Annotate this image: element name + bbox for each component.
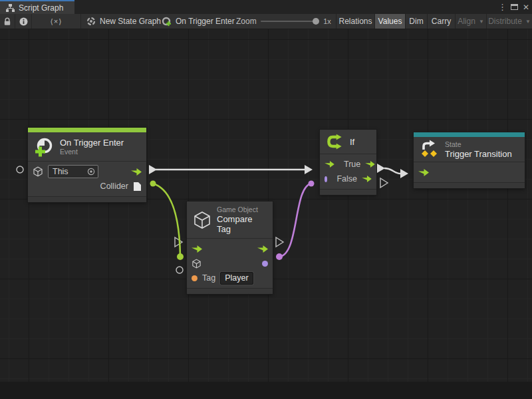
transition-icon [420, 140, 440, 159]
zoom-value: 1x [321, 14, 334, 29]
node-footer [414, 182, 525, 188]
node-header: If [320, 130, 376, 154]
values-label: Values [378, 17, 402, 26]
node-body: This Collider [28, 161, 146, 196]
info-button[interactable] [15, 14, 32, 29]
zoom-slider-track[interactable] [261, 21, 318, 22]
script-graph-window: Script Graph ⋮ ✕ ⟨×⟩ New State Graph [0, 0, 532, 399]
node-header: Game Object Compare Tag [187, 201, 273, 238]
node-body: Tag Player [187, 238, 273, 288]
tab-script-graph[interactable]: Script Graph [0, 0, 74, 14]
align-dropdown[interactable]: Align▼ [455, 14, 486, 29]
object-picker-icon[interactable] [87, 168, 95, 176]
code-view-label: ⟨×⟩ [50, 17, 62, 26]
tag-value-field[interactable]: Player [220, 272, 253, 285]
port-row-true: True [325, 157, 372, 172]
node-title: Trigger Transition [445, 149, 512, 159]
event-icon [34, 136, 55, 157]
flow-output-port[interactable] [257, 245, 268, 253]
flow-input-port[interactable] [192, 245, 202, 253]
condition-input-port[interactable] [325, 176, 327, 182]
canvas-edge [0, 382, 532, 399]
node-if[interactable]: If True False [320, 130, 376, 195]
title-bar: Script Graph ⋮ ✕ [0, 0, 532, 14]
state-graph-icon [86, 17, 96, 26]
port-row-false: False [325, 172, 372, 186]
false-port-label: False [336, 174, 357, 184]
node-subtitle: Event [60, 148, 124, 156]
breadcrumb-on-trigger-enter[interactable]: On Trigger Enter [162, 14, 235, 29]
window-controls: ⋮ ✕ [498, 0, 529, 14]
game-object-icon [193, 211, 211, 229]
node-header: On Trigger Enter Event [28, 132, 146, 161]
branch-icon [326, 134, 344, 150]
node-body [414, 162, 525, 182]
lock-icon [3, 17, 11, 26]
graph-toolbar: ⟨×⟩ New State Graph On Trigger Enter Zoo… [0, 14, 532, 29]
this-object-field[interactable]: This [48, 165, 98, 178]
zoom-slider[interactable] [261, 14, 318, 29]
tag-port-label: Tag [202, 273, 215, 283]
lock-button[interactable] [0, 14, 15, 29]
node-compare-tag[interactable]: Game Object Compare Tag [187, 201, 273, 294]
breadcrumb-state-graph[interactable]: New State Graph [86, 14, 161, 29]
node-title: On Trigger Enter [60, 138, 124, 148]
node-on-trigger-enter[interactable]: On Trigger Enter Event This [28, 128, 146, 202]
port-row-flow [192, 241, 268, 256]
zoom-slider-knob[interactable] [313, 18, 319, 25]
info-icon [19, 17, 28, 26]
window-menu-icon[interactable]: ⋮ [498, 2, 506, 12]
node-footer [320, 189, 376, 195]
zoom-label: Zoom [236, 14, 257, 29]
graph-hierarchy-icon [6, 4, 15, 12]
node-title: Compare Tag [217, 214, 267, 234]
distribute-dropdown[interactable]: Distribute▼ [486, 14, 532, 29]
dim-button[interactable]: Dim [405, 14, 427, 29]
game-object-cube-icon [33, 166, 43, 177]
node-footer [187, 288, 273, 294]
this-value: This [53, 167, 68, 176]
breadcrumb-label: New State Graph [100, 17, 161, 26]
node-body: True False [320, 154, 376, 189]
close-icon[interactable]: ✕ [523, 3, 529, 12]
chevron-down-icon: ▼ [479, 19, 484, 25]
port-row-target: This [33, 164, 142, 179]
node-footer [28, 196, 146, 202]
carry-button[interactable]: Carry [427, 14, 455, 29]
boolean-output-port[interactable] [262, 261, 268, 267]
collider-type-icon[interactable] [133, 182, 142, 192]
port-row-flow [418, 165, 520, 180]
tag-value: Player [225, 273, 248, 283]
string-input-port[interactable] [192, 275, 198, 281]
code-view-button[interactable]: ⟨×⟩ [32, 14, 81, 29]
values-button[interactable]: Values [374, 14, 405, 29]
chevron-down-icon: ▼ [525, 19, 531, 25]
event-color-bar [28, 128, 146, 132]
dim-label: Dim [409, 17, 423, 26]
state-color-bar [414, 132, 525, 137]
true-output-port[interactable] [365, 161, 375, 168]
relations-label: Relations [338, 17, 372, 26]
flow-input-port[interactable] [418, 169, 429, 176]
relations-button[interactable]: Relations [336, 14, 374, 29]
port-row-tag: Tag Player [192, 271, 268, 285]
node-header: State Trigger Transition [414, 137, 525, 162]
tab-title: Script Graph [19, 3, 63, 13]
false-output-port[interactable] [362, 176, 372, 182]
flow-output-port[interactable] [131, 168, 142, 176]
breadcrumb-label: On Trigger Enter [176, 17, 235, 26]
distribute-label: Distribute [488, 17, 522, 26]
maximize-icon[interactable] [511, 4, 518, 10]
flow-input-port[interactable] [325, 161, 334, 168]
node-subtitle: State [445, 140, 512, 149]
node-title: If [350, 137, 354, 147]
port-row-gameobject [192, 256, 268, 271]
node-subtitle: Game Object [217, 205, 267, 214]
node-trigger-transition[interactable]: State Trigger Transition [414, 132, 525, 188]
align-label: Align [458, 17, 475, 26]
port-row-collider: Collider [33, 179, 142, 194]
true-port-label: True [344, 160, 360, 169]
event-icon-small [162, 17, 172, 27]
collider-port-label: Collider [100, 182, 128, 191]
game-object-input-port[interactable] [192, 259, 201, 269]
